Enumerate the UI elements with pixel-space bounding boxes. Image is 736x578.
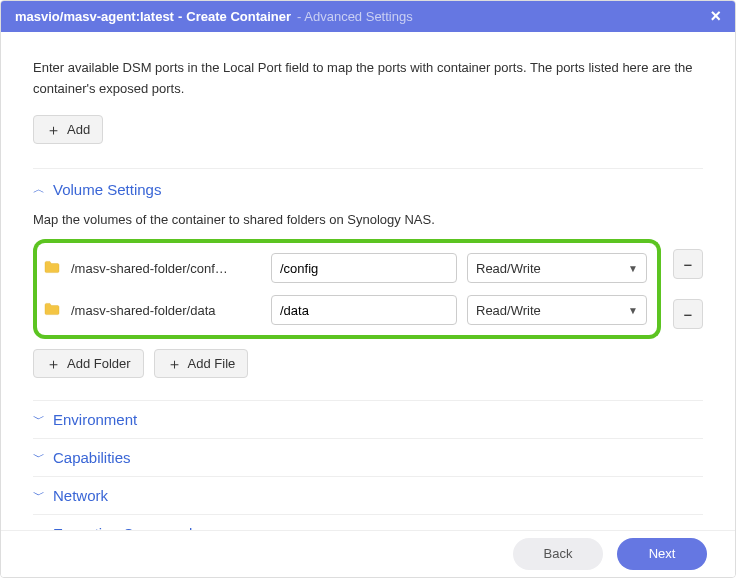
port-settings-description: Enter available DSM ports in the Local P… [33, 58, 703, 98]
chevron-down-icon: ▼ [628, 263, 638, 274]
body-scroll[interactable]: Enter available DSM ports in the Local P… [1, 32, 735, 529]
remove-volume-button[interactable]: − [673, 299, 703, 329]
add-file-label: Add File [188, 356, 236, 371]
volume-host-path: /masv-shared-folder/data [71, 303, 261, 318]
volume-permission-select[interactable]: Read/Write ▼ [467, 295, 647, 325]
volume-row-2: /masv-shared-folder/data Read/Write ▼ [43, 291, 651, 329]
section-capabilities: ﹀ Capabilities [33, 438, 703, 476]
window-subtitle: - Advanced Settings [297, 9, 413, 24]
chevron-up-icon: ︿ [33, 181, 45, 198]
image-title: masvio/masv-agent:latest [15, 9, 174, 24]
back-button[interactable]: Back [513, 538, 603, 570]
window-action: Create Container [186, 9, 291, 24]
plus-icon: ＋ [167, 356, 182, 371]
volume-host-path: /masv-shared-folder/conf… [71, 261, 261, 276]
add-folder-label: Add Folder [67, 356, 131, 371]
section-title-execution: Execution Command [53, 525, 192, 529]
volume-actions: ＋ Add Folder ＋ Add File [33, 349, 703, 378]
volume-mount-input[interactable] [271, 253, 457, 283]
chevron-down-icon: ﹀ [33, 411, 45, 428]
add-file-button[interactable]: ＋ Add File [154, 349, 249, 378]
folder-icon [43, 302, 61, 319]
section-header-network[interactable]: ﹀ Network [33, 477, 703, 514]
create-container-window: masvio/masv-agent:latest - Create Contai… [0, 0, 736, 578]
volume-row-highlight-bottom: /masv-shared-folder/data Read/Write ▼ [33, 289, 661, 339]
plus-icon: ＋ [46, 122, 61, 137]
volume-row-2-outer: /masv-shared-folder/data Read/Write ▼ − [33, 289, 703, 339]
volume-permission-value: Read/Write [476, 261, 541, 276]
section-network: ﹀ Network [33, 476, 703, 514]
minus-icon: − [684, 257, 693, 272]
volume-row-1: /masv-shared-folder/conf… Read/Write ▼ [43, 249, 651, 287]
chevron-down-icon: ﹀ [33, 449, 45, 466]
chevron-down-icon: ﹀ [33, 525, 45, 529]
minus-icon: − [684, 307, 693, 322]
section-title-volume: Volume Settings [53, 181, 161, 198]
section-execution: ﹀ Execution Command [33, 514, 703, 529]
volume-row-highlight-top: /masv-shared-folder/conf… Read/Write ▼ [33, 239, 661, 289]
plus-icon: ＋ [46, 356, 61, 371]
add-port-button[interactable]: ＋ Add [33, 115, 103, 144]
volume-permission-select[interactable]: Read/Write ▼ [467, 253, 647, 283]
add-folder-button[interactable]: ＋ Add Folder [33, 349, 144, 378]
volume-description: Map the volumes of the container to shar… [33, 210, 703, 230]
next-button[interactable]: Next [617, 538, 707, 570]
remove-volume-button[interactable]: − [673, 249, 703, 279]
volume-mount-input[interactable] [271, 295, 457, 325]
volume-row-1-outer: /masv-shared-folder/conf… Read/Write ▼ − [33, 239, 703, 289]
section-volume: ︿ Volume Settings Map the volumes of the… [33, 168, 703, 379]
volume-permission-value: Read/Write [476, 303, 541, 318]
folder-icon [43, 260, 61, 277]
chevron-down-icon: ﹀ [33, 487, 45, 504]
section-header-volume[interactable]: ︿ Volume Settings [33, 169, 703, 206]
add-port-label: Add [67, 122, 90, 137]
footer: Back Next [1, 530, 735, 577]
section-title-network: Network [53, 487, 108, 504]
section-environment: ﹀ Environment [33, 400, 703, 438]
section-header-execution[interactable]: ﹀ Execution Command [33, 515, 703, 529]
section-title-capabilities: Capabilities [53, 449, 131, 466]
section-header-environment[interactable]: ﹀ Environment [33, 401, 703, 438]
section-header-capabilities[interactable]: ﹀ Capabilities [33, 439, 703, 476]
titlebar: masvio/masv-agent:latest - Create Contai… [1, 1, 735, 32]
chevron-down-icon: ▼ [628, 305, 638, 316]
section-title-environment: Environment [53, 411, 137, 428]
close-icon[interactable]: × [710, 6, 721, 27]
